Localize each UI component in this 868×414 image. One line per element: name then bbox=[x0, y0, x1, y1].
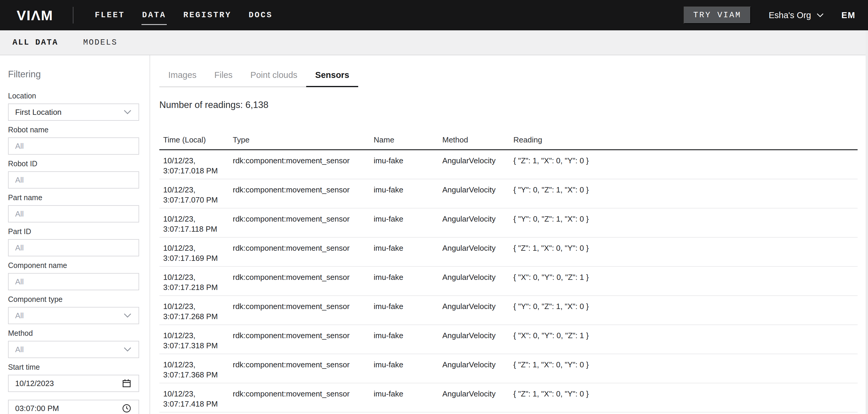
try-viam-button[interactable]: TRY VIAM bbox=[684, 6, 751, 24]
cell-time: 10/12/23, 3:07:17.268 PM bbox=[163, 301, 233, 324]
cell-type: rdk:component:movement_sensor bbox=[233, 185, 374, 208]
top-nav: VIΛM FLEET DATA REGISTRY DOCS TRY VIAM E… bbox=[0, 0, 868, 30]
nav-item-registry[interactable]: REGISTRY bbox=[183, 8, 231, 23]
cell-name: imu-fake bbox=[374, 389, 442, 412]
table-row[interactable]: 10/12/23, 3:07:17.268 PM rdk:component:m… bbox=[159, 296, 858, 325]
part-name-input[interactable] bbox=[8, 205, 139, 223]
cell-method: AngularVelocity bbox=[442, 360, 514, 383]
cell-name: imu-fake bbox=[374, 155, 442, 179]
filter-field-component-name: Component name bbox=[8, 261, 139, 290]
viam-data-app: VIΛM FLEET DATA REGISTRY DOCS TRY VIAM E… bbox=[0, 0, 868, 414]
table-row[interactable]: 10/12/23, 3:07:17.169 PM rdk:component:m… bbox=[159, 238, 858, 267]
field-label: Robot name bbox=[8, 125, 139, 134]
nav-item-docs[interactable]: DOCS bbox=[249, 8, 273, 23]
tab-all-data[interactable]: ALL DATA bbox=[12, 36, 58, 49]
cell-type: rdk:component:movement_sensor bbox=[233, 330, 374, 354]
tab-models[interactable]: MODELS bbox=[83, 36, 117, 49]
field-label: Robot ID bbox=[8, 159, 139, 168]
cell-type: rdk:component:movement_sensor bbox=[233, 214, 374, 237]
cell-time: 10/12/23, 3:07:17.418 PM bbox=[163, 389, 233, 412]
table-row[interactable]: 10/12/23, 3:07:17.218 PM rdk:component:m… bbox=[159, 267, 858, 296]
filter-field-method: Method All bbox=[8, 329, 139, 358]
chevron-down-icon bbox=[124, 313, 131, 318]
filter-field-component-type: Component type All bbox=[8, 295, 139, 324]
tab-point-clouds[interactable]: Point clouds bbox=[241, 70, 306, 87]
component-name-input[interactable] bbox=[8, 273, 139, 290]
cell-method: AngularVelocity bbox=[442, 155, 514, 179]
cell-type: rdk:component:movement_sensor bbox=[233, 272, 374, 295]
clock-icon bbox=[122, 404, 131, 413]
data-subnav: ALL DATA MODELS bbox=[0, 30, 868, 55]
cell-method: AngularVelocity bbox=[442, 243, 514, 266]
chevron-down-icon bbox=[816, 13, 824, 18]
cell-method: AngularVelocity bbox=[442, 330, 514, 354]
col-header-time: Time (Local) bbox=[163, 135, 233, 145]
table-row[interactable]: 10/12/23, 3:07:17.070 PM rdk:component:m… bbox=[159, 179, 858, 208]
cell-time: 10/12/23, 3:07:17.169 PM bbox=[163, 243, 233, 266]
nav-item-fleet[interactable]: FLEET bbox=[95, 8, 125, 23]
tab-files[interactable]: Files bbox=[206, 70, 241, 87]
col-header-method: Method bbox=[442, 135, 514, 145]
cell-reading: { "Y": 0, "Z": 1, "X": 0 } bbox=[514, 185, 858, 208]
time-value: 03:07:00 PM bbox=[15, 404, 59, 413]
location-select[interactable]: First Location bbox=[8, 104, 139, 121]
filter-field-location: Location First Location bbox=[8, 92, 139, 121]
table-row[interactable]: 10/12/23, 3:07:17.368 PM rdk:component:m… bbox=[159, 354, 858, 383]
select-value: First Location bbox=[15, 108, 62, 117]
cell-time: 10/12/23, 3:07:17.368 PM bbox=[163, 360, 233, 383]
select-value: All bbox=[15, 311, 24, 320]
robot-name-input[interactable] bbox=[8, 138, 139, 155]
method-select[interactable]: All bbox=[8, 341, 139, 358]
part-id-input[interactable] bbox=[8, 239, 139, 256]
start-time-time-input[interactable]: 03:07:00 PM bbox=[8, 400, 139, 414]
filter-sidebar: Filtering Location First Location Robot … bbox=[0, 55, 150, 414]
table-row[interactable]: 10/12/23, 3:07:17.318 PM rdk:component:m… bbox=[159, 325, 858, 354]
cell-name: imu-fake bbox=[374, 360, 442, 383]
table-row[interactable]: 10/12/23, 3:07:17.118 PM rdk:component:m… bbox=[159, 208, 858, 238]
cell-name: imu-fake bbox=[374, 243, 442, 266]
cell-name: imu-fake bbox=[374, 272, 442, 295]
table-row[interactable]: 10/12/23, 3:07:17.018 PM rdk:component:m… bbox=[159, 150, 858, 179]
field-label: Component type bbox=[8, 295, 139, 303]
field-label: Part ID bbox=[8, 227, 139, 236]
cell-method: AngularVelocity bbox=[442, 214, 514, 237]
field-label: Location bbox=[8, 92, 139, 100]
user-avatar-initials[interactable]: EM bbox=[841, 10, 856, 20]
cell-type: rdk:component:movement_sensor bbox=[233, 389, 374, 412]
org-switcher[interactable]: Esha's Org bbox=[769, 10, 824, 20]
component-type-select[interactable]: All bbox=[8, 307, 139, 324]
cell-reading: { "Z": 1, "X": 0, "Y": 0 } bbox=[514, 155, 858, 179]
col-header-reading: Reading bbox=[514, 135, 858, 145]
calendar-icon bbox=[122, 379, 131, 388]
field-label: Component name bbox=[8, 261, 139, 269]
start-time-date-input[interactable]: 10/12/2023 bbox=[8, 375, 139, 392]
cell-method: AngularVelocity bbox=[442, 301, 514, 324]
date-value: 10/12/2023 bbox=[15, 379, 54, 388]
table-header: Time (Local) Type Name Method Reading bbox=[159, 126, 858, 150]
cell-time: 10/12/23, 3:07:17.070 PM bbox=[163, 185, 233, 208]
cell-type: rdk:component:movement_sensor bbox=[233, 243, 374, 266]
cell-reading: { "Z": 1, "X": 0, "Y": 0 } bbox=[514, 389, 858, 412]
cell-name: imu-fake bbox=[374, 214, 442, 237]
tab-images[interactable]: Images bbox=[159, 70, 206, 87]
cell-name: imu-fake bbox=[374, 301, 442, 324]
page-scrollbar[interactable] bbox=[866, 30, 868, 414]
cell-reading: { "Z": 1, "X": 0, "Y": 0 } bbox=[514, 243, 858, 266]
col-header-type: Type bbox=[233, 135, 374, 145]
nav-item-data[interactable]: DATA bbox=[142, 8, 166, 23]
field-label: Start time bbox=[8, 363, 139, 371]
robot-id-input[interactable] bbox=[8, 171, 139, 188]
cell-name: imu-fake bbox=[374, 330, 442, 354]
select-value: All bbox=[15, 345, 24, 354]
cell-name: imu-fake bbox=[374, 185, 442, 208]
org-name: Esha's Org bbox=[769, 10, 811, 20]
nav-right: TRY VIAM Esha's Org EM bbox=[684, 6, 856, 24]
table-row[interactable]: 10/12/23, 3:07:17.418 PM rdk:component:m… bbox=[159, 383, 858, 413]
cell-reading: { "Y": 0, "Z": 1, "X": 0 } bbox=[514, 301, 858, 324]
tab-sensors[interactable]: Sensors bbox=[306, 70, 358, 87]
cell-method: AngularVelocity bbox=[442, 185, 514, 208]
filter-field-part-id: Part ID bbox=[8, 227, 139, 256]
filter-field-start-time: Start time 10/12/2023 03:07:00 PM bbox=[8, 363, 139, 414]
cell-type: rdk:component:movement_sensor bbox=[233, 155, 374, 179]
viam-logo[interactable]: VIΛM bbox=[17, 7, 53, 24]
